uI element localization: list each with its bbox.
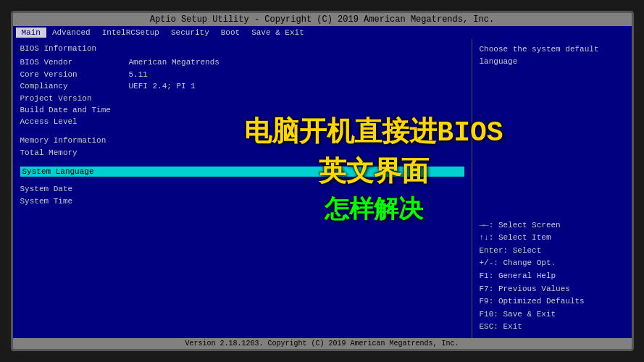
project-version-label: Project Version [20, 93, 122, 104]
menu-item-save-exit[interactable]: Save & Exit [246, 28, 310, 38]
build-date-label: Build Date and Time [20, 105, 122, 116]
system-language-row[interactable]: System Language [20, 167, 464, 177]
bios-screen: Aptio Setup Utility - Copyright (C) 2019… [11, 11, 634, 351]
core-version-value: 5.11 [129, 70, 219, 80]
key-f7: F7: Previous Values [480, 283, 624, 296]
bios-vendor-value: American Megatrends [129, 57, 219, 68]
key-f9: F9: Optimized Defaults [480, 295, 624, 308]
key-help: →←: Select Screen ↑↓: Select Item Enter:… [480, 219, 624, 334]
key-plus-minus: +/-: Change Opt. [480, 257, 624, 270]
help-text-content: Choose the system default language [480, 45, 599, 66]
title-bar: Aptio Setup Utility - Copyright (C) 2019… [13, 13, 632, 26]
bios-values-col: American Megatrends 5.11 UEFI 2.4; PI 1 [122, 57, 219, 127]
system-date-label: System Date [20, 184, 464, 195]
menu-bar: Main Advanced IntelRCSetup Security Boot… [13, 26, 632, 39]
key-esc: ESC: Exit [480, 321, 624, 334]
core-version-label: Core Version [20, 70, 122, 80]
key-enter: Enter: Select [480, 245, 624, 258]
memory-info-label: Memory Information [20, 135, 464, 146]
left-panel: BIOS Information BIOS Vendor Core Versio… [13, 39, 472, 338]
content-area: BIOS Information BIOS Vendor Core Versio… [13, 39, 632, 338]
key-arrow-lr: →←: Select Screen [480, 219, 624, 232]
key-f10: F10: Save & Exit [480, 308, 624, 321]
key-arrow-ud: ↑↓: Select Item [480, 232, 624, 245]
bottom-bar: Version 2.18.1263. Copyright (C) 2019 Am… [13, 338, 632, 349]
bottom-text: Version 2.18.1263. Copyright (C) 2019 Am… [185, 340, 459, 348]
total-memory-label: Total Memory [20, 148, 464, 159]
compliancy-label: Compliancy [20, 81, 122, 92]
compliancy-value: UEFI 2.4; PI 1 [129, 81, 219, 92]
key-f1: F1: General Help [480, 270, 624, 283]
help-text: Choose the system default language [480, 43, 624, 67]
menu-item-advanced[interactable]: Advanced [46, 28, 96, 38]
system-time-label: System Time [20, 196, 464, 207]
menu-item-boot[interactable]: Boot [215, 28, 246, 38]
menu-item-intelrcsetup[interactable]: IntelRCSetup [96, 28, 165, 38]
bios-vendor-label: BIOS Vendor [20, 57, 122, 68]
bios-details: BIOS Vendor Core Version Compliancy Proj… [20, 57, 464, 127]
right-panel: Choose the system default language →←: S… [472, 39, 632, 338]
title-text: Aptio Setup Utility - Copyright (C) 2019… [150, 14, 494, 25]
menu-item-security[interactable]: Security [165, 28, 215, 38]
bios-info-label: BIOS Information [20, 43, 464, 54]
access-level-label: Access Level [20, 117, 122, 127]
menu-item-main[interactable]: Main [16, 28, 46, 38]
bios-keys-col: BIOS Vendor Core Version Compliancy Proj… [20, 57, 122, 127]
